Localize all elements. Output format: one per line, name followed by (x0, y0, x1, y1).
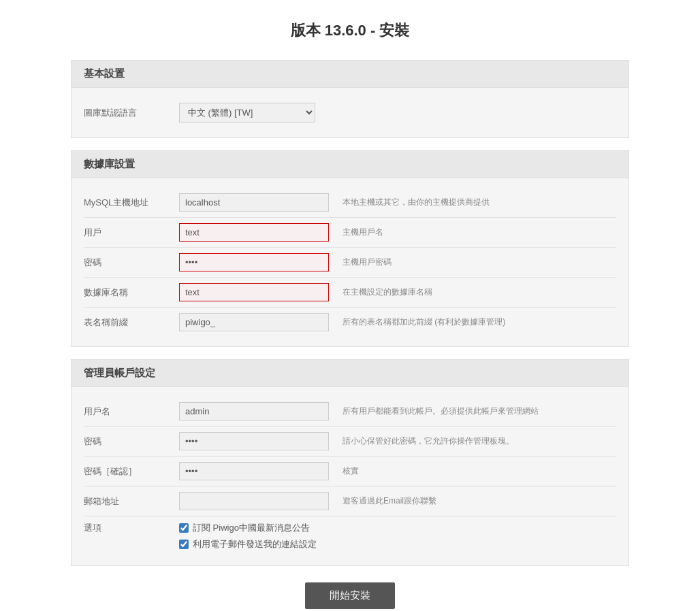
admin-password-hint: 請小心保管好此密碼，它允許你操作管理板塊。 (343, 435, 616, 447)
admin-settings-title: 管理員帳戶設定 (84, 367, 155, 378)
database-settings-header: 數據庫設置 (71, 151, 629, 178)
db-password-input[interactable] (179, 253, 329, 271)
db-name-control (179, 283, 329, 301)
admin-password-confirm-input[interactable] (179, 462, 329, 480)
admin-options-label: 選項 (84, 522, 179, 534)
admin-email-control (179, 492, 329, 510)
admin-password-row: 密碼 請小心保管好此密碼，它允許你操作管理板塊。 (84, 427, 616, 457)
mysql-host-control (179, 193, 329, 212)
db-name-row: 數據庫名稱 在主機設定的數據庫名稱 (84, 278, 616, 308)
admin-password-confirm-hint: 核實 (343, 465, 616, 477)
basic-settings-body: 圖庫默認語言 中文 (繁體) [TW] English [EN] (71, 88, 629, 137)
admin-settings-body: 用戶名 所有用戶都能看到此帳戶。必須提供此帳戶來管理網站 密碼 請小心保管好此密… (71, 387, 629, 565)
basic-settings-title: 基本設置 (84, 67, 125, 79)
admin-checkboxes: 訂閱 Piwigo中國最新消息公告 利用電子郵件發送我的連結設定 (179, 522, 317, 550)
admin-options-row: 選項 訂閱 Piwigo中國最新消息公告 利用電子郵件發送我的連結設定 (84, 516, 616, 556)
page-container: 版本 13.6.0 - 安裝 基本設置 圖庫默認語言 中文 (繁體) [TW] … (44, 0, 656, 611)
db-password-control (179, 253, 329, 271)
database-settings-title: 數據庫設置 (84, 158, 135, 169)
mysql-host-hint: 本地主機或其它，由你的主機提供商提供 (343, 197, 616, 208)
admin-settings-header: 管理員帳戶設定 (71, 360, 629, 387)
basic-settings-section: 基本設置 圖庫默認語言 中文 (繁體) [TW] English [EN] (71, 60, 629, 138)
db-user-input[interactable] (179, 223, 329, 242)
language-control: 中文 (繁體) [TW] English [EN] (179, 103, 315, 122)
db-user-row: 用戶 主機用戶名 (84, 218, 616, 248)
admin-password-input[interactable] (179, 432, 329, 450)
db-user-label: 用戶 (84, 227, 179, 239)
db-password-hint: 主機用戶密碼 (343, 257, 616, 268)
mysql-host-input[interactable] (179, 193, 329, 212)
admin-email-hint: 遊客通過此Email跟你聯繫 (343, 495, 616, 507)
table-prefix-input[interactable] (179, 313, 329, 331)
admin-email-label: 郵箱地址 (84, 495, 179, 508)
db-password-label: 密碼 (84, 257, 179, 269)
database-settings-section: 數據庫設置 MySQL主機地址 本地主機或其它，由你的主機提供商提供 用戶 主機… (71, 150, 629, 347)
basic-settings-header: 基本設置 (71, 61, 629, 88)
mysql-host-row: MySQL主機地址 本地主機或其它，由你的主機提供商提供 (84, 188, 616, 218)
admin-password-confirm-row: 密碼［確認］ 核實 (84, 457, 616, 486)
language-row: 圖庫默認語言 中文 (繁體) [TW] English [EN] (84, 97, 616, 128)
table-prefix-label: 表名稱前綴 (84, 316, 179, 329)
admin-username-input[interactable] (179, 402, 329, 420)
checkbox-subscribe-label: 訂閱 Piwigo中國最新消息公告 (193, 522, 310, 534)
admin-password-label: 密碼 (84, 435, 179, 448)
db-name-hint: 在主機設定的數據庫名稱 (343, 286, 616, 298)
db-password-row: 密碼 主機用戶密碼 (84, 248, 616, 278)
admin-password-confirm-label: 密碼［確認］ (84, 465, 179, 478)
admin-password-confirm-control (179, 462, 329, 480)
admin-username-hint: 所有用戶都能看到此帳戶。必須提供此帳戶來管理網站 (343, 406, 616, 417)
admin-username-row: 用戶名 所有用戶都能看到此帳戶。必須提供此帳戶來管理網站 (84, 397, 616, 427)
submit-button[interactable]: 開始安裝 (305, 582, 395, 609)
admin-username-control (179, 402, 329, 420)
admin-email-row: 郵箱地址 遊客通過此Email跟你聯繫 (84, 486, 616, 516)
db-name-label: 數據庫名稱 (84, 286, 179, 299)
table-prefix-row: 表名稱前綴 所有的表名稱都加此前綴 (有利於數據庫管理) (84, 308, 616, 337)
table-prefix-control (179, 313, 329, 331)
language-label: 圖庫默認語言 (84, 107, 179, 119)
admin-username-label: 用戶名 (84, 406, 179, 418)
submit-area: 開始安裝 (71, 582, 629, 609)
checkbox-subscribe[interactable] (179, 523, 189, 533)
checkbox-item-0[interactable]: 訂閱 Piwigo中國最新消息公告 (179, 522, 317, 534)
mysql-host-label: MySQL主機地址 (84, 197, 179, 209)
admin-password-control (179, 432, 329, 450)
database-settings-body: MySQL主機地址 本地主機或其它，由你的主機提供商提供 用戶 主機用戶名 密碼… (71, 178, 629, 346)
admin-email-input[interactable] (179, 492, 329, 510)
checkbox-email-settings-label: 利用電子郵件發送我的連結設定 (193, 538, 317, 550)
table-prefix-hint: 所有的表名稱都加此前綴 (有利於數據庫管理) (343, 316, 616, 328)
page-title: 版本 13.6.0 - 安裝 (71, 20, 629, 41)
checkbox-email-settings[interactable] (179, 540, 189, 549)
language-select[interactable]: 中文 (繁體) [TW] English [EN] (179, 103, 315, 122)
db-name-input[interactable] (179, 283, 329, 301)
db-user-hint: 主機用戶名 (343, 227, 616, 238)
admin-settings-section: 管理員帳戶設定 用戶名 所有用戶都能看到此帳戶。必須提供此帳戶來管理網站 密碼 … (71, 359, 629, 566)
db-user-control (179, 223, 329, 242)
checkbox-item-1[interactable]: 利用電子郵件發送我的連結設定 (179, 538, 317, 550)
